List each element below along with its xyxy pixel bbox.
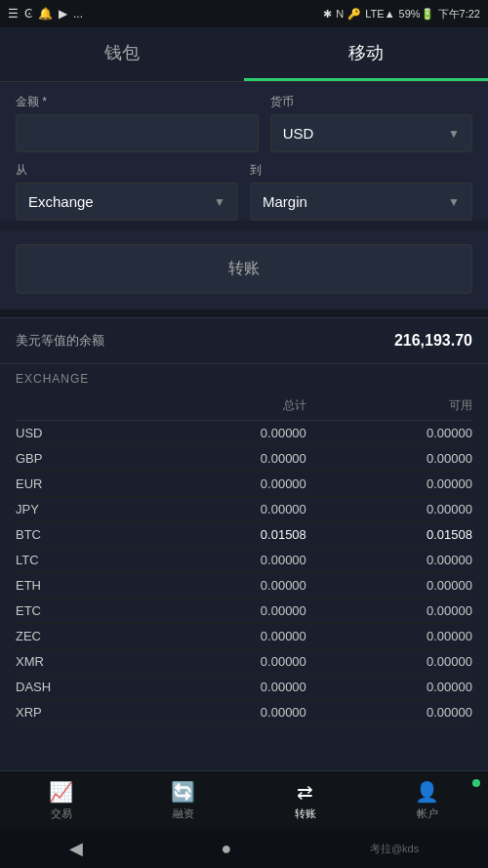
to-label: 到 [250,162,472,179]
chevron-down-icon: ▼ [448,127,460,141]
transfer-button[interactable]: 转账 [16,244,472,294]
play-icon: ▶ [59,7,67,21]
row-available: 0.00000 [306,705,472,720]
table-row: ETH 0.00000 0.00000 [16,573,472,599]
balance-label: 美元等值的余额 [16,332,104,350]
row-name: ZEC [16,629,141,643]
key-icon: 🔑 [347,8,361,21]
tab-bar: 钱包 移动 [0,27,488,82]
row-available: 0.00000 [306,578,472,593]
nfc-icon: N [336,8,344,20]
status-right-icons: ✱ N 🔑 LTE▲ 59%🔋 下午7:22 [323,7,480,21]
trade-icon: 📈 [49,780,73,804]
notification-icon: 🔔 [38,7,53,21]
row-available: 0.00000 [306,553,472,567]
chevron-down-icon-from: ▼ [214,195,225,209]
account-online-dot [472,779,480,787]
row-name: GBP [16,451,141,466]
row-name: XRP [16,705,141,720]
table-row: EUR 0.00000 0.00000 [16,472,472,497]
table-row: XMR 0.00000 0.00000 [16,649,472,675]
currency-label: 货币 [270,94,472,110]
transfer-label: 转账 [295,806,316,821]
status-left-icons: ☰ Ͼ 🔔 ▶ ... [8,7,83,21]
chevron-down-icon-to: ▼ [448,195,460,209]
table-header: 总计 可用 [16,392,472,421]
table-rows: USD 0.00000 0.00000 GBP 0.00000 0.00000 … [16,421,472,725]
row-available: 0.00000 [306,502,472,517]
to-group: 到 Margin ▼ [250,162,472,221]
row-total: 0.00000 [141,654,306,669]
row-name: EUR [16,476,141,491]
currency-row: 金额 * 货币 USD ▼ [16,94,472,152]
account-label: 帐户 [417,806,438,821]
row-available: 0.00000 [306,629,472,643]
app-icon: Ͼ [24,7,32,21]
row-available: 0.00000 [306,654,472,669]
row-name: XMR [16,654,141,669]
row-available: 0.00000 [306,451,472,466]
tab-wallet[interactable]: 钱包 [0,27,244,81]
table-row: GBP 0.00000 0.00000 [16,446,472,472]
table-row: XRP 0.00000 0.00000 [16,700,472,725]
watermark: 考拉@kds [370,842,419,856]
table-row: DASH 0.00000 0.00000 [16,675,472,700]
currency-select[interactable]: USD ▼ [270,114,472,152]
col-header-available: 可用 [306,397,472,414]
menu-icon: ☰ [8,7,19,21]
row-total: 0.01508 [141,527,306,542]
from-to-row: 从 Exchange ▼ 到 Margin ▼ [16,162,472,221]
nav-account[interactable]: 👤 帐户 [366,771,488,829]
col-header-total: 总计 [141,397,306,414]
row-total: 0.00000 [141,705,306,720]
balance-section: 美元等值的余额 216,193.70 [0,317,488,363]
time: 下午7:22 [438,7,480,21]
row-available: 0.00000 [306,680,472,694]
table-row: LTC 0.00000 0.00000 [16,548,472,573]
back-button[interactable]: ◀ [69,838,83,859]
balance-value: 216,193.70 [394,332,472,350]
account-icon: 👤 [415,780,439,804]
row-total: 0.00000 [141,603,306,618]
table-row: USD 0.00000 0.00000 [16,421,472,446]
from-select[interactable]: Exchange ▼ [16,183,238,221]
row-total: 0.00000 [141,680,306,694]
form-section: 金额 * 货币 USD ▼ 从 Exchange ▼ 到 Margin [0,82,488,221]
row-total: 0.00000 [141,476,306,491]
signal-icon: LTE▲ [365,8,394,20]
row-total: 0.00000 [141,502,306,517]
row-total: 0.00000 [141,553,306,567]
row-available: 0.00000 [306,426,472,440]
col-header-name [16,397,141,414]
row-available: 0.00000 [306,476,472,491]
section-divider [0,310,488,317]
fund-label: 融资 [173,806,194,821]
amount-group: 金额 * [16,94,259,152]
to-value: Margin [263,193,307,210]
from-label: 从 [16,162,238,179]
row-name: DASH [16,680,141,694]
nav-trade[interactable]: 📈 交易 [0,771,122,829]
tab-move[interactable]: 移动 [244,27,488,81]
row-total: 0.00000 [141,578,306,593]
to-select[interactable]: Margin ▼ [250,183,472,221]
currency-group: 货币 USD ▼ [270,94,472,152]
row-name: JPY [16,502,141,517]
fund-icon: 🔄 [171,780,195,804]
row-available: 0.01508 [306,527,472,542]
amount-label: 金额 * [16,94,259,110]
home-button[interactable]: ● [221,839,231,859]
table-row: BTC 0.01508 0.01508 [16,522,472,548]
table-row: ETC 0.00000 0.00000 [16,599,472,624]
battery-icon: 59%🔋 [399,8,434,21]
amount-input-wrapper[interactable] [16,114,259,152]
row-name: BTC [16,527,141,542]
section-label: EXCHANGE [16,364,472,392]
nav-fund[interactable]: 🔄 融资 [122,771,244,829]
row-total: 0.00000 [141,451,306,466]
nav-transfer[interactable]: ⇄ 转账 [244,771,366,829]
row-total: 0.00000 [141,629,306,643]
transfer-icon: ⇄ [297,780,313,804]
amount-input[interactable] [28,125,246,142]
from-value: Exchange [28,193,94,210]
